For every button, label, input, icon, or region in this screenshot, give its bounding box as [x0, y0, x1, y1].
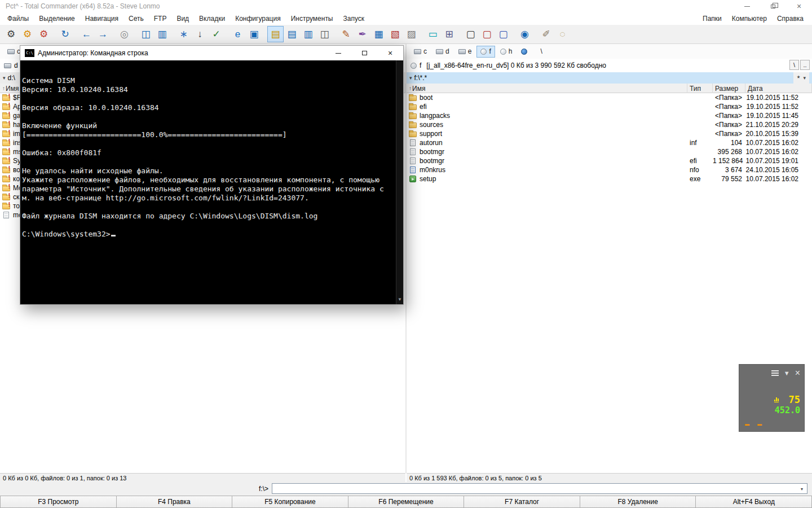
function-key-button[interactable]: F6 Перемещение — [348, 496, 465, 508]
drive-button-e[interactable]: e — [454, 46, 476, 58]
cmd-output-area[interactable]: Система DISM Версия: 10.0.10240.16384 Ве… — [20, 60, 403, 304]
toolbar-edit-file-button[interactable]: ▤ — [284, 26, 300, 42]
widget-menu-icon[interactable] — [771, 373, 779, 374]
quill-icon: ✒ — [358, 29, 366, 39]
tab-dropdown-icon[interactable]: ▾ — [803, 75, 806, 81]
function-key-button[interactable]: F3 Просмотр — [0, 496, 117, 508]
menu-item[interactable]: Папки — [698, 12, 727, 25]
filter-button[interactable]: * — [797, 74, 800, 82]
toolbar-copy-names-button[interactable]: ▥ — [300, 26, 316, 42]
restore-button[interactable] — [760, 0, 786, 12]
toolbar-compare-files-button[interactable]: ◫ — [316, 26, 333, 42]
toolbar-sort-numeric-button[interactable]: ↓ — [192, 26, 208, 42]
toolbar-options-gear-red-button[interactable]: ⚙ — [36, 26, 52, 42]
toolbar-globe-check-button[interactable]: ◉ — [517, 26, 533, 42]
menu-item[interactable]: Файлы — [2, 12, 34, 25]
widget-collapse-icon[interactable]: ▼ — [784, 370, 790, 376]
toolbar-flag-window-button[interactable]: ▨ — [403, 26, 420, 42]
table-row[interactable]: bootmgr395 26810.07.2015 16:02 — [407, 147, 812, 156]
table-row[interactable]: support<Папка>20.10.2015 15:39 — [407, 129, 812, 138]
menu-item[interactable]: Навигация — [80, 12, 123, 25]
column-size[interactable]: Размер — [713, 84, 745, 93]
drive-button-d[interactable]: d — [432, 46, 453, 58]
toolbar-refresh-button[interactable]: ↻ — [57, 26, 73, 42]
toolbar-pen-button[interactable]: ✎ — [338, 26, 354, 42]
function-key-button[interactable]: F8 Удаление — [580, 496, 696, 508]
menu-item[interactable]: Вид — [171, 12, 194, 25]
table-row[interactable]: bootmgrefi1 152 86410.07.2015 19:01 — [407, 156, 812, 165]
drive-button-h[interactable]: h — [496, 46, 517, 58]
toolbar-quick-view-button[interactable]: ▤ — [267, 26, 284, 42]
toolbar-dual-monitors-button[interactable]: ▭ — [425, 26, 441, 42]
function-key-button[interactable]: F4 Правка — [116, 496, 233, 508]
toolbar-monitor-red-button[interactable]: ▢ — [479, 26, 495, 42]
toolbar-wrench-button[interactable]: ✐ — [538, 26, 554, 42]
function-key-button[interactable]: F5 Копирование — [232, 496, 348, 508]
drive-button-c[interactable]: c — [410, 46, 431, 58]
root-button[interactable]: \ — [536, 46, 554, 58]
column-date[interactable]: Дата — [745, 84, 812, 93]
toolbar-internet-explorer-button[interactable]: e — [230, 26, 246, 42]
cmd-close-button[interactable]: × — [377, 46, 403, 60]
file-type-cell: efi — [687, 157, 713, 165]
toolbar-select-group-button[interactable]: ∗ — [175, 26, 192, 42]
warn-icon — [2, 195, 10, 200]
parent-dir-button[interactable]: .. — [800, 60, 810, 70]
command-history-dropdown-icon[interactable]: ▾ — [801, 487, 803, 492]
toolbar-checklist-button[interactable]: ✓ — [208, 26, 224, 42]
toolbar-desktop-globe-button[interactable]: ▣ — [246, 26, 262, 42]
menu-item[interactable]: Запуск — [338, 12, 370, 25]
toolbar-search-button[interactable]: ◌ — [554, 26, 571, 42]
minimize-button[interactable] — [734, 0, 760, 12]
function-key-button[interactable]: F7 Каталог — [464, 496, 580, 508]
menu-item[interactable]: Конфигурация — [230, 12, 286, 25]
table-row[interactable]: sources<Папка>21.10.2015 20:29 — [407, 120, 812, 129]
toolbar-back-button[interactable]: ← — [78, 26, 95, 42]
cmd-titlebar[interactable]: C:\ Администратор: Командная строка × — [20, 46, 403, 60]
table-row[interactable]: efi<Папка>19.10.2015 11:52 — [407, 102, 812, 111]
history-dropdown-icon[interactable]: ▾ — [3, 75, 6, 81]
menu-item[interactable]: FTP — [149, 12, 172, 25]
table-row[interactable]: boot<Папка>19.10.2015 11:52 — [407, 93, 812, 102]
cmd-scrollbar[interactable]: ▼ — [396, 60, 403, 304]
close-button[interactable]: × — [786, 0, 812, 12]
menu-item[interactable]: Инструменты — [286, 12, 338, 25]
folder-icon — [409, 132, 417, 137]
search-icon: ◌ — [559, 29, 565, 39]
history-dropdown-icon[interactable]: ▾ — [409, 75, 412, 81]
root-dir-button[interactable]: \ — [789, 60, 799, 70]
menu-item[interactable]: Вкладки — [194, 12, 230, 25]
function-key-button[interactable]: Alt+F4 Выход — [695, 496, 812, 508]
column-type[interactable]: Тип — [687, 84, 713, 93]
drive-button-f[interactable]: f — [476, 46, 495, 58]
table-row[interactable]: setupexe79 55210.07.2015 16:02 — [407, 174, 812, 183]
network-button[interactable] — [517, 46, 535, 58]
toolbar-pinned-doc-button[interactable]: ▧ — [387, 26, 403, 42]
table-row[interactable]: autoruninf10410.07.2015 16:02 — [407, 138, 812, 147]
table-row[interactable]: langpacks<Папка>19.10.2015 11:45 — [407, 111, 812, 120]
menu-item[interactable]: Сеть — [123, 12, 149, 25]
toolbar-quill-button[interactable]: ✒ — [354, 26, 370, 42]
toolbar-monitor-dark-button[interactable]: ▢ — [462, 26, 479, 42]
toolbar-forward-button[interactable]: → — [95, 26, 111, 42]
cmd-maximize-button[interactable] — [351, 46, 377, 60]
menu-item[interactable]: Компьютер — [727, 12, 772, 25]
column-name[interactable]: ↑ Имя — [407, 84, 687, 93]
cmd-minimize-button[interactable] — [325, 46, 351, 60]
right-path-bar[interactable]: ▾ f:\*.* * ▾ — [407, 72, 812, 84]
menu-item[interactable]: Выделение — [34, 12, 80, 25]
toolbar-notes-grid-button[interactable]: ▦ — [370, 26, 387, 42]
toolbar-panels-equal-button[interactable]: ▥ — [154, 26, 170, 42]
toolbar-panels-split-button[interactable]: ◫ — [138, 26, 154, 42]
menu-item[interactable]: Справка — [772, 12, 809, 25]
toolbar-target-button[interactable]: ◎ — [116, 26, 133, 42]
toolbar-options-gear-dark-button[interactable]: ⚙ — [3, 26, 19, 42]
scroll-down-icon[interactable]: ▼ — [396, 296, 403, 303]
toolbar-monitor-blue-button[interactable]: ▢ — [495, 26, 511, 42]
command-input[interactable] — [272, 483, 807, 494]
toolbar-calculator-button[interactable]: ⊞ — [441, 26, 457, 42]
widget-close-icon[interactable]: × — [795, 370, 800, 376]
toolbar-options-gear-orange-button[interactable]: ⚙ — [19, 26, 36, 42]
table-row[interactable]: m0nkrusnfo3 67424.10.2015 16:05 — [407, 165, 812, 174]
cmd-cursor — [111, 235, 116, 237]
